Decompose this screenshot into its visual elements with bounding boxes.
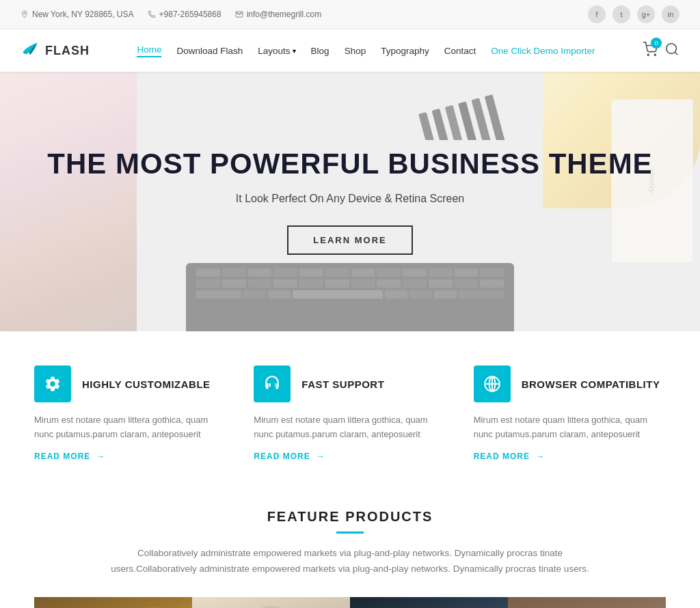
- facebook-icon[interactable]: f: [588, 5, 606, 23]
- nav-contact[interactable]: Contact: [444, 46, 476, 56]
- location: New York, NY 928865, USA: [21, 10, 134, 19]
- feature-title-1: HIGHLY CUSTOMIZABLE: [82, 378, 211, 390]
- feature-customizable: HIGHLY CUSTOMIZABLE Mirum est notare qua…: [34, 365, 226, 461]
- logo-bird-icon: [21, 39, 40, 62]
- product-card-3[interactable]: [350, 597, 508, 608]
- feature-header-1: HIGHLY CUSTOMIZABLE: [34, 365, 226, 402]
- phone: +987-265945868: [148, 10, 221, 19]
- cart-icon-wrap[interactable]: 0: [643, 42, 658, 59]
- hero-content: THE MOST POWERFUL BUSINESS THEME It Look…: [47, 148, 652, 254]
- nav-demo[interactable]: One Click Demo Importer: [491, 46, 595, 56]
- nav-home[interactable]: Home: [137, 44, 161, 57]
- hero-subtitle: It Look Perfect On Any Device & Retina S…: [47, 193, 652, 205]
- product-card-2[interactable]: [192, 597, 350, 608]
- linkedin-icon[interactable]: in: [662, 5, 679, 23]
- nav-shop[interactable]: Shop: [345, 46, 366, 56]
- globe-icon: [474, 365, 511, 402]
- search-icon[interactable]: [664, 42, 679, 59]
- twitter-icon[interactable]: t: [612, 5, 630, 23]
- feature-header-2: FAST SUPPORT: [254, 365, 446, 402]
- section-title: FEATURE PRODUCTS: [34, 509, 666, 525]
- logo[interactable]: FLASH: [21, 39, 90, 62]
- logo-text: FLASH: [45, 44, 90, 58]
- social-links: f t g+ in: [588, 5, 679, 23]
- features-section: HIGHLY CUSTOMIZABLE Mirum est notare qua…: [0, 331, 700, 488]
- feature-title-3: BROWSER COMPATIBLITY: [522, 378, 660, 390]
- feature-readmore-1[interactable]: READ MORE: [34, 452, 226, 461]
- svg-point-2: [667, 44, 677, 54]
- products-grid: [34, 597, 666, 608]
- nav-blog[interactable]: Blog: [311, 46, 329, 56]
- gear-icon: [34, 365, 71, 402]
- top-bar: New York, NY 928865, USA +987-265945868 …: [0, 0, 700, 29]
- feature-text-3: Mirum est notare quam littera gothica, q…: [474, 413, 666, 442]
- chevron-down-icon: ▾: [293, 47, 296, 55]
- svg-point-0: [647, 54, 649, 55]
- feature-text-1: Mirum est notare quam littera gothica, q…: [34, 413, 226, 442]
- hero-title: THE MOST POWERFUL BUSINESS THEME: [47, 148, 652, 180]
- main-nav: Home Download Flash Layouts ▾ Blog Shop …: [137, 44, 595, 57]
- headset-icon: [254, 365, 291, 402]
- feature-header-3: BROWSER COMPATIBLITY: [474, 365, 666, 402]
- svg-point-1: [654, 54, 656, 55]
- feature-readmore-3[interactable]: READ MORE: [474, 452, 666, 461]
- header: FLASH Home Download Flash Layouts ▾ Blog…: [0, 29, 700, 72]
- nav-layouts-link[interactable]: Layouts: [258, 46, 290, 56]
- feature-title-2: FAST SUPPORT: [301, 378, 384, 390]
- svg-line-3: [675, 52, 677, 55]
- top-bar-left: New York, NY 928865, USA +987-265945868 …: [21, 10, 321, 19]
- feature-readmore-2[interactable]: READ MORE: [254, 452, 446, 461]
- nav-icons: 0: [643, 42, 679, 59]
- nav-download[interactable]: Download Flash: [176, 46, 243, 56]
- nav-layouts[interactable]: Layouts ▾: [258, 46, 295, 56]
- product-card-4[interactable]: [508, 597, 666, 608]
- product-card-1[interactable]: [34, 597, 192, 608]
- section-divider: [336, 531, 364, 534]
- feature-text-2: Mirum est notare quam littera gothica, q…: [254, 413, 446, 442]
- feature-support: FAST SUPPORT Mirum est notare quam litte…: [254, 365, 446, 461]
- hero-cta-button[interactable]: LEARN MORE: [287, 225, 412, 255]
- nav-typography[interactable]: Typography: [381, 46, 429, 56]
- googleplus-icon[interactable]: g+: [637, 5, 655, 23]
- hero-section: identity THE MOST POWERFUL BUSINESS THEM…: [0, 72, 700, 331]
- products-section: FEATURE PRODUCTS Collaboratively adminis…: [0, 488, 700, 608]
- cart-badge: 0: [651, 38, 662, 49]
- feature-browser: BROWSER COMPATIBLITY Mirum est notare qu…: [474, 365, 666, 461]
- email: info@themegrill.com: [235, 10, 322, 19]
- section-desc: Collaboratively administrate empowered m…: [111, 546, 589, 577]
